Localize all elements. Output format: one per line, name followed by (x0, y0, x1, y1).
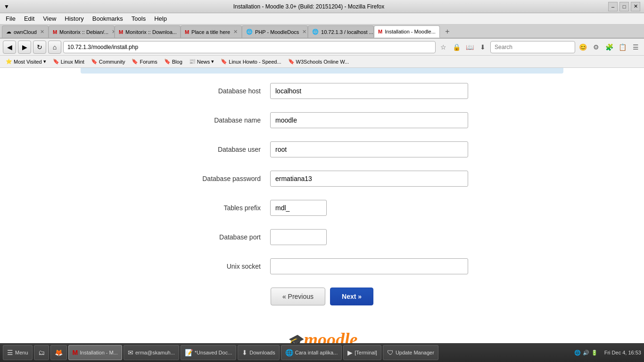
taskbar-downloads[interactable]: ⬇ Downloads (238, 345, 279, 360)
form-row-db-host: Database host (176, 83, 468, 99)
settings-icon[interactable]: ⚙ (590, 41, 602, 53)
menu-file[interactable]: File (2, 14, 19, 23)
tab-close-icon[interactable]: ✕ (302, 29, 306, 35)
moodle-logo-area: 🎓moodle (0, 320, 644, 343)
taskbar-terminal-label: [Terminal] (355, 350, 377, 355)
battery-icon: 🔋 (591, 350, 598, 356)
label-tables-prefix: Tables prefix (176, 204, 270, 212)
bookmark-w3schools[interactable]: 🔖 W3Schools Online W... (285, 58, 352, 66)
label-db-name: Database name (176, 116, 270, 124)
download-icon[interactable]: ⬇ (477, 41, 488, 53)
form-row-db-user: Database user (176, 141, 468, 157)
maximize-button[interactable]: □ (619, 2, 629, 11)
taskbar-installation-label: Installation - M... (80, 350, 118, 355)
bookmark-news[interactable]: 📰 News ▾ (186, 58, 217, 66)
bookmark-label: Most Visited (14, 59, 42, 65)
menu-tools[interactable]: Tools (128, 14, 149, 23)
input-tables-prefix[interactable] (270, 200, 327, 216)
input-db-user[interactable] (270, 141, 468, 157)
url-bar[interactable] (63, 41, 436, 53)
label-unix-socket: Unix socket (176, 263, 270, 270)
search-input[interactable] (490, 41, 575, 53)
taskbar-menu[interactable]: ☰ Menu (3, 345, 33, 360)
tab-owncloud[interactable]: ☁ ownCloud ✕ (2, 25, 49, 38)
reading-icon[interactable]: 📖 (464, 41, 475, 53)
home-button[interactable]: ⌂ (48, 41, 61, 54)
most-visited-icon: ⭐ (6, 58, 12, 65)
addon-icon[interactable]: 🧩 (603, 41, 615, 53)
bookmark-forums[interactable]: 🔖 Forums (129, 58, 160, 66)
taskbar-terminal[interactable]: ▶ [Terminal] (343, 345, 381, 360)
input-db-host[interactable] (270, 83, 468, 99)
taskbar-files[interactable]: 🗂 (34, 345, 49, 360)
taskbar-update-manager[interactable]: 🛡 Update Manager (383, 345, 438, 360)
update-manager-icon: 🛡 (387, 349, 394, 356)
tab-label: PHP - MoodleDocs (255, 29, 299, 35)
menu-help[interactable]: Help (150, 14, 171, 23)
input-db-pass[interactable] (270, 171, 468, 187)
tab-close-icon[interactable]: ✕ (40, 29, 44, 35)
bookmark-linux-mint[interactable]: 🔖 Linux Mint (50, 58, 87, 66)
menu-edit[interactable]: Edit (20, 14, 38, 23)
volume-icon: 🔊 (583, 350, 589, 356)
bookmark-linux-howto[interactable]: 🔖 Linux Howto - Speed... (218, 58, 284, 66)
taskbar-email[interactable]: ✉ erma@skamuh... (124, 345, 179, 360)
buttons-row: « Previous Next » (176, 288, 468, 305)
input-unix-socket[interactable] (270, 258, 468, 274)
files-icon: 🗂 (38, 349, 45, 356)
taskbar-cara-intall[interactable]: 🌐 Cara intall aplika... (281, 345, 342, 360)
sidebar-icon[interactable]: 📋 (617, 41, 628, 53)
person-icon[interactable]: 😊 (577, 41, 588, 53)
tab-close-icon[interactable]: ✕ (439, 29, 440, 35)
taskbar-installation[interactable]: M Installation - M... (68, 345, 122, 360)
input-db-name[interactable] (270, 112, 468, 128)
tab-label: Place a title here (191, 29, 230, 35)
menu-history[interactable]: History (61, 14, 87, 23)
previous-button[interactable]: « Previous (271, 288, 325, 305)
taskbar-doc-label: *Unsaved Doc... (195, 350, 232, 355)
tab-monitorix1[interactable]: M Monitorix :: Debian/... ✕ (49, 25, 115, 38)
tab-monitorix2[interactable]: M Monitorix :: Downloa... ✕ (115, 25, 181, 38)
label-db-port: Database port (176, 233, 270, 241)
bookmark-most-visited[interactable]: ⭐ Most Visited ▾ (3, 58, 49, 66)
bookmark-blog[interactable]: 🔖 Blog (161, 58, 185, 66)
bookmark-star-icon[interactable]: ☆ (438, 41, 449, 53)
tab-php-moodledocs[interactable]: 🌐 PHP - MoodleDocs ✕ (242, 25, 308, 38)
new-tab-button[interactable]: + (442, 25, 453, 38)
tab-10721[interactable]: 🌐 10.72.1.3 / localhost ... ✕ (308, 25, 374, 38)
menu-view[interactable]: View (39, 14, 60, 23)
tab-label: Monitorix :: Debian/... (59, 29, 108, 35)
taskbar-email-label: erma@skamuh... (135, 350, 175, 355)
bookmarks-bar: ⭐ Most Visited ▾ 🔖 Linux Mint 🔖 Communit… (0, 56, 644, 68)
bookmark-label: Forums (140, 59, 157, 65)
forward-button[interactable]: ▶ (18, 41, 31, 54)
bookmark-label: Community (99, 59, 125, 65)
minimize-button[interactable]: – (608, 2, 618, 11)
firefox-menu-icon[interactable]: ▼ (4, 3, 9, 10)
nav-bar: ◀ ▶ ↻ ⌂ ☆ 🔒 📖 ⬇ 😊 ⚙ 🧩 📋 ☰ (0, 39, 644, 56)
tab-place-title[interactable]: M Place a title here ✕ (181, 25, 242, 38)
secure-icon[interactable]: 🔒 (451, 41, 462, 53)
linux-howto-icon: 🔖 (221, 58, 227, 65)
titlebar-controls: – □ ✕ (608, 2, 640, 11)
close-button[interactable]: ✕ (631, 2, 640, 11)
dropdown-arrow-icon: ▾ (43, 58, 46, 65)
tab-label: 10.72.1.3 / localhost ... (321, 29, 373, 35)
email-icon: ✉ (128, 349, 133, 356)
back-button[interactable]: ◀ (3, 41, 16, 54)
next-button[interactable]: Next » (330, 288, 373, 305)
input-db-port[interactable] (270, 229, 327, 245)
taskbar-unsaved-doc[interactable]: 📝 *Unsaved Doc... (181, 345, 236, 360)
tab-close-icon[interactable]: ✕ (233, 29, 238, 35)
menu-icon[interactable]: ☰ (630, 41, 641, 53)
news-dropdown-icon: ▾ (211, 58, 214, 65)
bookmark-label: Linux Howto - Speed... (229, 59, 281, 65)
bookmark-label: News (197, 59, 210, 65)
10721-tab-icon: 🌐 (312, 29, 319, 35)
menu-bookmarks[interactable]: Bookmarks (89, 14, 127, 23)
taskbar-update-label: Update Manager (396, 350, 434, 355)
taskbar-firefox-icon[interactable]: 🦊 (50, 345, 67, 360)
refresh-button[interactable]: ↻ (33, 41, 46, 54)
tab-installation[interactable]: M Installation - Moodle... ✕ (374, 25, 440, 38)
bookmark-community[interactable]: 🔖 Community (88, 58, 128, 66)
